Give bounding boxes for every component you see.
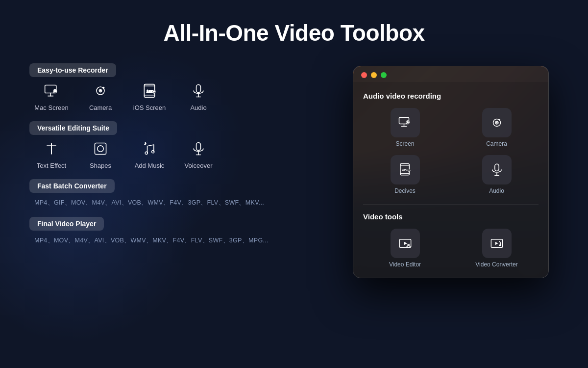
content-area: Easy-to-use Recorder bbox=[29, 61, 559, 368]
section-divider bbox=[363, 204, 539, 205]
maximize-button[interactable] bbox=[381, 72, 387, 78]
text-effect-label: Text Effect bbox=[37, 162, 66, 169]
mac-screen-item[interactable]: Mac Screen bbox=[34, 83, 69, 111]
shapes-label: Shapes bbox=[90, 162, 111, 169]
svg-point-21 bbox=[98, 146, 103, 152]
editing-icons: Text Effect Shapes bbox=[29, 141, 333, 169]
main-container: All-In-One Video Toolbox Easy-to-use Rec… bbox=[0, 0, 588, 368]
right-panel: Audio video recording bbox=[353, 61, 559, 368]
svg-point-42 bbox=[408, 170, 409, 171]
app-camera-label: Camera bbox=[486, 140, 507, 147]
shapes-item[interactable]: Shapes bbox=[83, 141, 118, 169]
video-converter-icon bbox=[482, 229, 512, 258]
text-effect-icon bbox=[44, 141, 59, 159]
video-editor-item[interactable]: Video Editor bbox=[363, 229, 447, 268]
svg-marker-51 bbox=[495, 242, 498, 245]
audio-icon bbox=[191, 83, 206, 101]
camera-label: Camera bbox=[89, 104, 112, 111]
window-content: Audio video recording bbox=[353, 66, 548, 278]
voiceover-item[interactable]: Voiceover bbox=[181, 141, 216, 169]
text-effect-item[interactable]: Text Effect bbox=[34, 141, 69, 169]
camera-icon bbox=[93, 83, 108, 101]
video-tools-grid: Video Editor bbox=[363, 229, 539, 268]
svg-marker-47 bbox=[404, 242, 407, 245]
video-tools-title: Video tools bbox=[363, 212, 539, 221]
mac-window: Audio video recording bbox=[353, 66, 549, 278]
svg-point-36 bbox=[499, 119, 500, 121]
svg-text:♪: ♪ bbox=[144, 141, 146, 146]
minimize-button[interactable] bbox=[371, 72, 377, 78]
title-bar bbox=[353, 66, 548, 82]
audio-label: Audio bbox=[190, 104, 206, 111]
audio-item[interactable]: Audio bbox=[181, 83, 216, 111]
voiceover-icon bbox=[191, 141, 206, 159]
recording-grid: Screen bbox=[363, 108, 539, 194]
svg-rect-15 bbox=[196, 85, 201, 93]
app-panel: Audio video recording bbox=[353, 82, 548, 278]
shapes-icon bbox=[93, 141, 108, 159]
player-formats: MP4、MOV、M4V、AVI、VOB、WMV、MKV、F4V、FLV、SWF、… bbox=[29, 237, 333, 245]
svg-rect-25 bbox=[196, 143, 201, 151]
recorder-icons: Mac Screen Camera bbox=[29, 83, 333, 111]
video-editor-label: Video Editor bbox=[389, 261, 421, 268]
add-music-item[interactable]: ♪ Add Music bbox=[132, 141, 167, 169]
svg-rect-43 bbox=[494, 164, 498, 171]
left-panel: Easy-to-use Recorder bbox=[29, 61, 333, 368]
svg-point-35 bbox=[496, 122, 497, 123]
app-audio-icon bbox=[482, 155, 512, 184]
ios-screen-icon: iOS bbox=[142, 83, 157, 101]
app-screen-item[interactable]: Screen bbox=[363, 108, 447, 147]
svg-point-14 bbox=[153, 91, 155, 92]
svg-text:iOS: iOS bbox=[147, 89, 153, 94]
mac-screen-label: Mac Screen bbox=[34, 104, 68, 111]
svg-point-8 bbox=[103, 87, 104, 88]
recorder-badge: Easy-to-use Recorder bbox=[29, 63, 116, 77]
add-music-label: Add Music bbox=[135, 162, 165, 169]
converter-formats: MP4、GIF、MOV、M4V、AVI、VOB、WMV、F4V、3GP、FLV、… bbox=[29, 199, 333, 207]
app-audio-label: Audio bbox=[489, 187, 504, 194]
video-converter-item[interactable]: Video Converter bbox=[455, 229, 539, 268]
close-button[interactable] bbox=[361, 72, 367, 78]
recording-title: Audio video recording bbox=[363, 92, 539, 100]
svg-text:iOS: iOS bbox=[401, 169, 407, 172]
svg-point-4 bbox=[54, 90, 56, 92]
recorder-section: Easy-to-use Recorder bbox=[29, 63, 333, 111]
player-badge: Final Video Player bbox=[29, 217, 104, 231]
converter-section: Fast Batch Converter MP4、GIF、MOV、M4V、AVI… bbox=[29, 179, 333, 207]
editing-badge: Versatile Editing Suite bbox=[29, 121, 117, 135]
svg-rect-20 bbox=[95, 143, 106, 154]
video-editor-icon bbox=[391, 229, 420, 258]
editing-section: Versatile Editing Suite Text Effect bbox=[29, 121, 333, 169]
app-devices-item[interactable]: iOS Decives bbox=[363, 155, 447, 194]
app-camera-item[interactable]: Camera bbox=[455, 108, 539, 147]
page-title: All-In-One Video Toolbox bbox=[29, 20, 559, 46]
camera-item[interactable]: Camera bbox=[83, 83, 118, 111]
video-converter-label: Video Converter bbox=[475, 261, 518, 268]
voiceover-label: Voiceover bbox=[184, 162, 212, 169]
app-screen-label: Screen bbox=[395, 140, 414, 147]
ios-screen-label: iOS Screen bbox=[133, 104, 166, 111]
ios-screen-item[interactable]: iOS iOS Screen bbox=[132, 83, 167, 111]
app-devices-label: Decives bbox=[394, 187, 416, 194]
app-devices-icon: iOS bbox=[391, 155, 420, 184]
mac-screen-icon bbox=[44, 83, 59, 101]
converter-badge: Fast Batch Converter bbox=[29, 179, 115, 193]
svg-point-32 bbox=[407, 122, 408, 123]
header: All-In-One Video Toolbox bbox=[29, 0, 559, 61]
add-music-icon: ♪ bbox=[142, 141, 157, 159]
app-screen-icon bbox=[391, 108, 420, 137]
player-section: Final Video Player MP4、MOV、M4V、AVI、VOB、W… bbox=[29, 217, 333, 245]
app-camera-icon bbox=[482, 108, 512, 137]
svg-point-7 bbox=[100, 90, 101, 91]
app-audio-item[interactable]: Audio bbox=[455, 155, 539, 194]
